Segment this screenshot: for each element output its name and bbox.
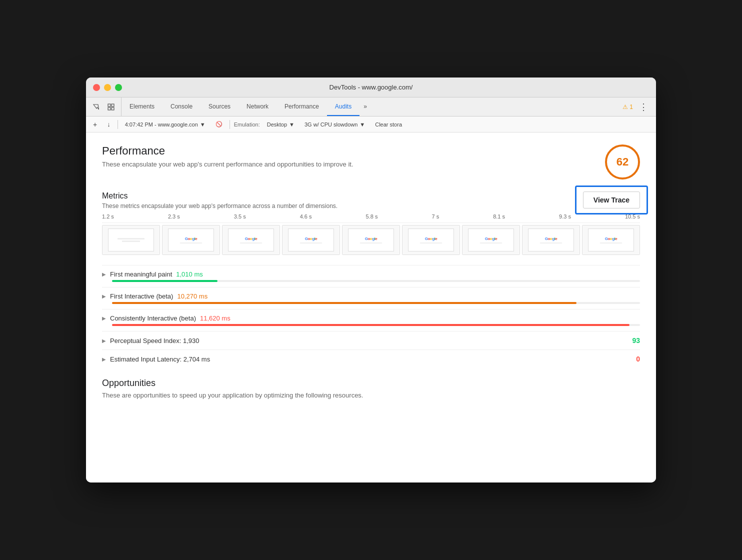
fmp-bar-track <box>112 280 640 282</box>
metric-row-fmp: ▶ First meaningful paint 1,010 ms <box>102 265 640 287</box>
tab-more[interactable]: » <box>360 98 371 116</box>
fmp-bar-fill <box>112 280 218 282</box>
tab-toolbar: Elements Console Sources Network Perform… <box>86 98 656 116</box>
metrics-header-text: Metrics These metrics encapsulate your w… <box>102 192 338 210</box>
timeline-section: 1.2 s 2.3 s 3.5 s 4.6 s 5.8 s 7 s 8.1 s … <box>102 214 640 255</box>
timeline-label-0: 1.2 s <box>102 214 114 220</box>
metric-rows: ▶ First meaningful paint 1,010 ms ▶ <box>102 265 640 368</box>
tab-console[interactable]: Console <box>162 98 200 116</box>
fmp-expand[interactable]: ▶ <box>102 272 106 277</box>
eil-label: Estimated Input Latency: 2,704 ms <box>110 356 210 363</box>
view-trace-wrapper: View Trace <box>583 192 640 208</box>
tab-list: Elements Console Sources Network Perform… <box>122 98 616 116</box>
performance-description: These encapsulate your web app's current… <box>102 160 354 168</box>
title-bar: DevTools - www.google.com/ <box>86 78 656 98</box>
svg-rect-0 <box>108 104 110 106</box>
film-frame-0 <box>102 225 160 255</box>
network-selector[interactable]: 3G w/ CPU slowdown ▼ <box>302 120 368 128</box>
devtools-window: DevTools - www.google.com/ Elements <box>86 78 656 482</box>
divider-1 <box>118 120 118 129</box>
performance-title: Performance <box>102 144 354 158</box>
timeline-label-4: 5.8 s <box>366 214 378 220</box>
warning-icon: ⚠ <box>622 104 628 110</box>
maximize-button[interactable] <box>115 84 122 91</box>
metrics-description: These metrics encapsulate your web app's… <box>102 202 338 210</box>
psi-score: 93 <box>632 336 640 344</box>
svg-rect-3 <box>112 108 114 110</box>
film-frame-4: Google <box>342 225 400 255</box>
more-button[interactable]: ⋮ <box>637 102 650 112</box>
inspect-icon[interactable] <box>105 101 117 113</box>
opportunities-description: These are opportunities to speed up your… <box>102 392 640 399</box>
film-frame-1: Google <box>162 225 220 255</box>
metrics-title: Metrics <box>102 192 338 200</box>
timeline-label-3: 4.6 s <box>300 214 312 220</box>
timeline-label-8: 10.5 s <box>625 214 640 220</box>
fmp-value: 1,010 ms <box>176 270 202 278</box>
warning-badge: ⚠ 1 <box>622 104 633 110</box>
metric-row-eil: ▶ Estimated Input Latency: 2,704 ms 0 <box>102 350 640 368</box>
opportunities-section: Opportunities These are opportunities to… <box>102 378 640 399</box>
fi-bar-track <box>112 302 640 304</box>
cursor-icon[interactable] <box>90 101 102 113</box>
add-button[interactable]: + <box>90 120 100 130</box>
timeline-labels: 1.2 s 2.3 s 3.5 s 4.6 s 5.8 s 7 s 8.1 s … <box>102 214 640 220</box>
tab-elements[interactable]: Elements <box>122 98 162 116</box>
opportunities-title: Opportunities <box>102 378 640 388</box>
fi-expand[interactable]: ▶ <box>102 294 106 299</box>
traffic-lights <box>93 84 122 91</box>
eil-expand[interactable]: ▶ <box>102 356 106 362</box>
ci-bar-track <box>112 324 640 326</box>
fi-value: 10,270 ms <box>177 292 208 300</box>
network-dropdown-icon: ▼ <box>360 122 365 128</box>
fi-bar-fill <box>112 302 576 304</box>
view-trace-button[interactable]: View Trace <box>583 192 640 208</box>
performance-header-text: Performance These encapsulate your web a… <box>102 144 354 168</box>
timeline-label-5: 7 s <box>432 214 439 220</box>
metric-row-psi: ▶ Perceptual Speed Index: 1,930 93 <box>102 331 640 350</box>
minimize-button[interactable] <box>104 84 111 91</box>
svg-rect-2 <box>108 108 110 110</box>
emulation-selector[interactable]: Desktop ▼ <box>264 120 298 128</box>
film-frame-8: Google <box>582 225 640 255</box>
emulation-dropdown-icon: ▼ <box>289 122 294 128</box>
fmp-label: First meaningful paint <box>110 270 172 278</box>
eil-score: 0 <box>636 355 640 363</box>
tab-audits[interactable]: Audits <box>327 98 360 116</box>
clear-storage-button[interactable]: Clear stora <box>372 120 405 128</box>
psi-label: Perceptual Speed Index: 1,930 <box>110 337 200 344</box>
divider-2 <box>230 120 230 129</box>
performance-score: 62 <box>616 156 628 168</box>
fi-label: First Interactive (beta) <box>110 292 173 300</box>
tab-sources[interactable]: Sources <box>200 98 238 116</box>
film-frame-6: Google <box>462 225 520 255</box>
close-button[interactable] <box>93 84 100 91</box>
main-content: Performance These encapsulate your web a… <box>86 132 656 482</box>
filmstrip: Google Google <box>102 222 640 255</box>
timeline-label-1: 2.3 s <box>168 214 180 220</box>
sub-toolbar: + ↓ 4:07:42 PM - www.google.con ▼ 🚫 Emul… <box>86 116 656 132</box>
film-frame-5: Google <box>402 225 460 255</box>
film-frame-3: Google <box>282 225 340 255</box>
metric-row-fi: ▶ First Interactive (beta) 10,270 ms <box>102 287 640 309</box>
ci-bar-fill <box>112 324 630 326</box>
tab-network[interactable]: Network <box>238 98 276 116</box>
timestamp-selector[interactable]: 4:07:42 PM - www.google.con ▼ <box>122 120 208 128</box>
film-frame-7: Google <box>522 225 580 255</box>
window-title: DevTools - www.google.com/ <box>330 84 413 91</box>
download-button[interactable]: ↓ <box>104 120 114 129</box>
performance-score-circle: 62 <box>605 144 640 180</box>
ci-expand[interactable]: ▶ <box>102 316 106 321</box>
timeline-label-6: 8.1 s <box>493 214 505 220</box>
toolbar-icon-group <box>86 98 122 116</box>
block-button[interactable]: 🚫 <box>212 120 226 128</box>
psi-expand[interactable]: ▶ <box>102 338 106 344</box>
performance-header: Performance These encapsulate your web a… <box>102 144 640 180</box>
toolbar-right: ⚠ 1 ⋮ <box>616 98 656 116</box>
tab-performance[interactable]: Performance <box>276 98 327 116</box>
ci-label: Consistently Interactive (beta) <box>110 314 196 322</box>
timeline-label-7: 9.3 s <box>559 214 571 220</box>
metrics-header: Metrics These metrics encapsulate your w… <box>102 192 640 210</box>
ci-value: 11,620 ms <box>200 314 230 322</box>
film-frame-2: Google <box>222 225 280 255</box>
